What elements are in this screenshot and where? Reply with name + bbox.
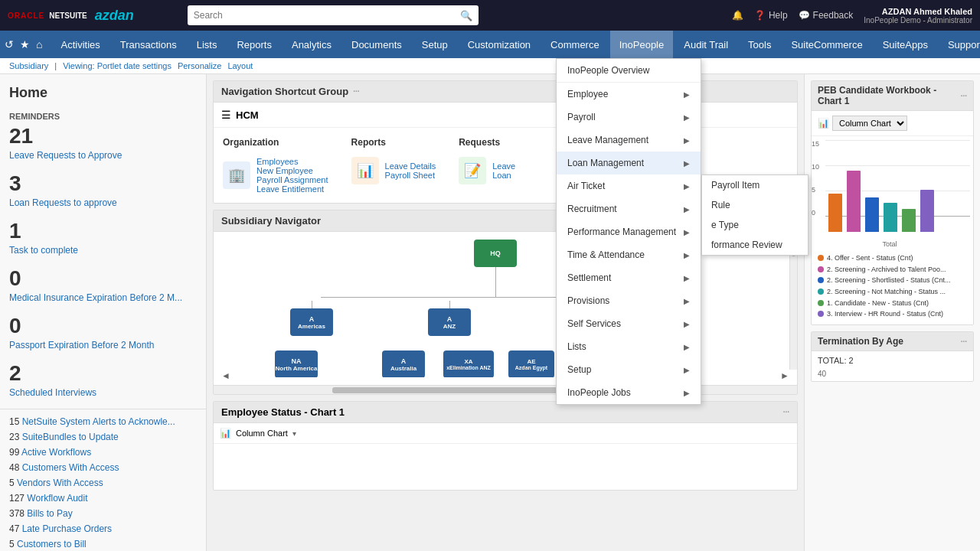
- notifications-icon[interactable]: 🔔: [732, 10, 743, 21]
- reminder-link-4[interactable]: Medical Insurance Expiration Before 2 M.…: [0, 291, 206, 305]
- leave-entitlement-label[interactable]: Leave Entitlement: [256, 184, 328, 194]
- search-input[interactable]: [194, 10, 460, 21]
- submenu-item-payroll-item[interactable]: Payroll Item: [702, 175, 808, 195]
- nav-lists[interactable]: Lists: [188, 31, 227, 58]
- dropdown-lists[interactable]: Lists ▶: [557, 335, 701, 358]
- nav-commerce[interactable]: Commerce: [541, 31, 609, 58]
- new-employee-label[interactable]: New Employee: [256, 166, 328, 175]
- dropdown-recruitment[interactable]: Recruitment ▶: [557, 197, 701, 220]
- xelimination-box[interactable]: XAxElimination ANZ: [443, 350, 494, 377]
- nav-suitecommerce[interactable]: SuiteCommerce: [782, 31, 871, 58]
- nav-documents[interactable]: Documents: [342, 31, 411, 58]
- org-node-na[interactable]: NANorth America: [275, 350, 318, 377]
- nav-activities[interactable]: Activities: [51, 31, 109, 58]
- scroll-right[interactable]: ►: [780, 370, 789, 381]
- list-item-5[interactable]: 5 Vendors With Access: [0, 475, 206, 491]
- shortcut-reports[interactable]: 📊 Leave Details Payroll Sheet: [351, 157, 436, 184]
- dropdown-self-services[interactable]: Self Services ▶: [557, 312, 701, 335]
- list-item-4[interactable]: 48 Customers With Access: [0, 460, 206, 475]
- feedback-link[interactable]: 💬 Feedback: [799, 10, 854, 21]
- list-item-3[interactable]: 99 Active Workflows: [0, 445, 206, 460]
- na-box[interactable]: NANorth America: [275, 350, 318, 377]
- legend-item-5: 1. Candidate - New - Status (Cnt): [818, 299, 967, 308]
- breadcrumb-viewing[interactable]: Viewing: Portlet date settings: [63, 61, 172, 70]
- list-item-8[interactable]: 47 Late Purchase Orders: [0, 521, 206, 536]
- reminder-link-2[interactable]: Loan Requests to approve: [0, 196, 206, 210]
- list-item-2[interactable]: 23 SuiteBundles to Update: [0, 429, 206, 445]
- list-item-9[interactable]: 5 Customers to Bill: [0, 536, 206, 551]
- reminder-link-6[interactable]: Scheduled Interviews: [0, 386, 206, 399]
- star-icon[interactable]: ★: [20, 38, 30, 51]
- nav-inopeople[interactable]: InoPeople: [610, 31, 674, 58]
- nav-customization[interactable]: Customization: [459, 31, 540, 58]
- dropdown-payroll[interactable]: Payroll ▶: [557, 106, 701, 129]
- legend-dot-4: [818, 289, 824, 295]
- dropdown-loan-management[interactable]: Loan Management ▶: [557, 152, 701, 174]
- user-info[interactable]: AZDAN Ahmed Khaled InoPeople Demo - Admi…: [864, 7, 972, 24]
- payroll-assignment-label[interactable]: Payroll Assignment: [256, 175, 328, 184]
- settlement-arrow: ▶: [684, 274, 690, 282]
- nav-support[interactable]: Support: [939, 31, 980, 58]
- emp-chart-dropdown-icon[interactable]: ▾: [292, 429, 296, 438]
- payroll-sheet-label[interactable]: Payroll Sheet: [385, 171, 436, 180]
- org-node-hq[interactable]: HQ: [474, 240, 517, 267]
- list-item-6[interactable]: 127 Workflow Audit: [0, 491, 206, 506]
- dropdown-air-ticket[interactable]: Air Ticket ▶: [557, 174, 701, 197]
- list-item-7[interactable]: 378 Bills to Pay: [0, 506, 206, 521]
- australia-box[interactable]: AAustralia: [382, 350, 425, 377]
- nav-audit-trail[interactable]: Audit Trail: [675, 31, 737, 58]
- h-scrollbar[interactable]: [214, 385, 797, 394]
- dropdown-time-attendance[interactable]: Time & Attendance ▶: [557, 243, 701, 266]
- org-node-anz[interactable]: AANZ: [428, 301, 471, 336]
- submenu-item-rule[interactable]: Rule: [702, 195, 808, 215]
- loan-management-label: Loan Management: [567, 158, 644, 168]
- nav-reports[interactable]: Reports: [227, 31, 281, 58]
- refresh-icon[interactable]: ↺: [5, 38, 14, 51]
- dropdown-setup[interactable]: Setup ▶: [557, 358, 701, 381]
- requests-icon: 📝: [459, 157, 486, 184]
- leave-details-label[interactable]: Leave Details: [385, 161, 436, 171]
- nav-transactions[interactable]: Transactions: [111, 31, 186, 58]
- dropdown-provisions[interactable]: Provisions ▶: [557, 289, 701, 312]
- loan-request-label[interactable]: Loan: [492, 171, 515, 180]
- leave-request-label[interactable]: Leave: [492, 161, 515, 171]
- dropdown-settlement[interactable]: Settlement ▶: [557, 266, 701, 289]
- chart-type-dropdown[interactable]: Column Chart: [832, 116, 907, 131]
- org-node-americas[interactable]: AAmericas: [290, 301, 333, 336]
- reminder-link-3[interactable]: Task to complete: [0, 243, 206, 257]
- shortcut-requests[interactable]: 📝 Leave Loan: [459, 157, 515, 184]
- nav-setup[interactable]: Setup: [413, 31, 457, 58]
- breadcrumb-subsidiary[interactable]: Subsidiary: [9, 61, 48, 70]
- dropdown-overview[interactable]: InoPeople Overview: [557, 59, 701, 82]
- dropdown-leave-management[interactable]: Leave Management ▶: [557, 129, 701, 152]
- nav-tools[interactable]: Tools: [739, 31, 780, 58]
- reminder-count-5: 0: [0, 314, 206, 338]
- employees-label[interactable]: Employees: [256, 157, 328, 166]
- dropdown-employee[interactable]: Employee ▶: [557, 83, 701, 106]
- list-item-1[interactable]: 15 NetSuite System Alerts to Acknowle...: [0, 414, 206, 429]
- dropdown-inopeople-jobs[interactable]: InoPeople Jobs ▶: [557, 381, 701, 404]
- provisions-label: Provisions: [567, 295, 609, 306]
- legend-item-2: 2. Screening - Archived to Talent Poo...: [818, 266, 967, 275]
- breadcrumb-personalize[interactable]: Personalize: [178, 61, 221, 70]
- search-box[interactable]: 🔍: [188, 5, 479, 25]
- americas-box[interactable]: AAmericas: [290, 308, 333, 336]
- scroll-left[interactable]: ◄: [221, 370, 230, 381]
- org-node-australia[interactable]: AAustralia: [382, 350, 425, 377]
- azdan-egypt-box[interactable]: AEAzdan Egypt: [508, 350, 554, 377]
- nav-suiteapps[interactable]: SuiteApps: [874, 31, 937, 58]
- anz-box[interactable]: AANZ: [428, 308, 471, 336]
- nav-analytics[interactable]: Analytics: [283, 31, 341, 58]
- reminder-link-1[interactable]: Leave Requests to Approve: [0, 148, 206, 162]
- home-icon[interactable]: ⌂: [36, 38, 42, 51]
- dropdown-performance[interactable]: Performance Management ▶: [557, 220, 701, 243]
- reminder-link-5[interactable]: Passport Expiration Before 2 Month: [0, 338, 206, 352]
- submenu-item-type[interactable]: e Type: [702, 215, 808, 235]
- org-node-azdan-egypt[interactable]: AEAzdan Egypt: [508, 350, 554, 377]
- help-link[interactable]: ❓ Help: [754, 10, 788, 21]
- shortcut-employees[interactable]: 🏢 Employees New Employee Payroll Assignm…: [223, 157, 328, 194]
- org-node-xelimination[interactable]: XAxElimination ANZ: [443, 350, 494, 377]
- breadcrumb-layout[interactable]: Layout: [227, 61, 253, 70]
- submenu-item-performance-review[interactable]: formance Review: [702, 235, 808, 255]
- hq-box[interactable]: HQ: [474, 240, 517, 267]
